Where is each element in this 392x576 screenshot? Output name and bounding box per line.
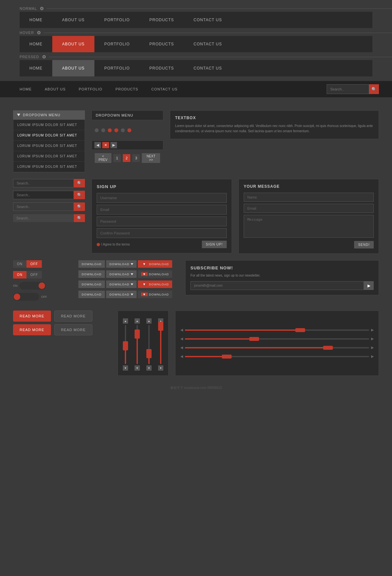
- toggle-off-2[interactable]: OFF: [26, 271, 42, 279]
- pg-prev[interactable]: < PREV: [95, 153, 111, 163]
- search-btn-3[interactable]: 🔍: [74, 202, 85, 211]
- nav-portfolio-normal[interactable]: PORTFOLIO: [94, 12, 139, 28]
- dropdown-item-1-1[interactable]: LORUM IPSUM DOLOR SIT AMET: [13, 130, 85, 141]
- nav-next-btn[interactable]: ▶: [110, 142, 117, 148]
- dl-btn-10[interactable]: DOWNLOAD: [78, 291, 105, 298]
- vslider-1-up[interactable]: ▲: [123, 318, 128, 324]
- vslider-1-thumb[interactable]: [123, 341, 128, 350]
- signup-email[interactable]: [97, 205, 227, 215]
- dl-btn-8[interactable]: DOWNLOAD: [106, 280, 137, 288]
- nav-portfolio-pressed[interactable]: PORTFOLIO: [94, 60, 139, 76]
- hslider-2-thumb[interactable]: [249, 337, 259, 341]
- nav-about-hover[interactable]: ABOUT US: [52, 36, 94, 52]
- signup-password[interactable]: [97, 216, 227, 226]
- vslider-2-up[interactable]: ▲: [135, 318, 140, 324]
- read-more-red-1[interactable]: READ MORE: [13, 311, 51, 322]
- search-input-4[interactable]: [13, 214, 74, 222]
- nav-home-pressed[interactable]: HOME: [20, 60, 52, 76]
- toggle-off-1[interactable]: OFF: [26, 260, 42, 268]
- hslider-3-left[interactable]: ◀: [180, 345, 183, 350]
- vslider-3-thumb[interactable]: [146, 349, 152, 358]
- pg-1[interactable]: 1: [113, 154, 121, 162]
- read-more-dark-1[interactable]: READ MORE: [54, 311, 93, 322]
- signup-username[interactable]: [97, 193, 227, 203]
- nav-products-hover[interactable]: PRODUCTS: [139, 36, 184, 52]
- message-text[interactable]: [244, 215, 374, 238]
- search-btn-2[interactable]: 🔍: [74, 191, 85, 199]
- pg-2[interactable]: 2: [123, 154, 130, 162]
- dl-btn-12[interactable]: ▼ DOWNLOAD: [138, 291, 172, 298]
- vslider-3-up[interactable]: ▲: [146, 318, 152, 324]
- nav-contact-hover[interactable]: CONTACT US: [184, 36, 232, 52]
- dropdown-item-1-3[interactable]: LORUM IPSUM DOLOR SIT AMET: [13, 151, 85, 162]
- hslider-1-right[interactable]: ▶: [371, 328, 374, 332]
- nav-prev-btn[interactable]: ◀: [94, 142, 101, 148]
- vslider-3-down[interactable]: ▼: [146, 365, 152, 371]
- dl-btn-3[interactable]: ▼ DOWNLOAD: [138, 260, 172, 268]
- pg-next[interactable]: NEXT >>: [142, 153, 160, 163]
- hslider-3-thumb[interactable]: [323, 346, 333, 350]
- signup-button[interactable]: SIGN UP!: [202, 241, 227, 248]
- dl-btn-11[interactable]: DOWNLOAD: [106, 291, 137, 298]
- nav-products-normal[interactable]: PRODUCTS: [139, 12, 184, 28]
- dl-btn-2[interactable]: DOWNLOAD: [106, 260, 137, 268]
- hslider-1-left[interactable]: ◀: [180, 328, 183, 332]
- message-name[interactable]: [244, 193, 374, 202]
- hslider-2-left[interactable]: ◀: [180, 337, 183, 341]
- nav-about-normal[interactable]: ABOUT US: [52, 12, 94, 28]
- vslider-2-thumb[interactable]: [135, 329, 140, 339]
- fullnav-contact[interactable]: CONTACT US: [145, 81, 184, 97]
- dl-btn-5[interactable]: DOWNLOAD: [106, 270, 137, 278]
- fullnav-about[interactable]: ABOUT US: [38, 81, 72, 97]
- search-input-1[interactable]: [13, 179, 74, 187]
- search-input-2[interactable]: [13, 191, 74, 199]
- subscribe-button[interactable]: ▶: [364, 281, 374, 290]
- fullnav-home[interactable]: HOME: [13, 81, 38, 97]
- hslider-4-left[interactable]: ◀: [180, 354, 183, 359]
- send-button[interactable]: SEND!: [354, 241, 374, 248]
- dl-btn-4[interactable]: DOWNLOAD: [78, 270, 105, 278]
- pill-toggle-off[interactable]: [20, 282, 46, 290]
- dropdown-item-1-2[interactable]: LORUM IPSUM DOLOR SIT AMET: [13, 141, 85, 151]
- nav-home-normal[interactable]: HOME: [20, 12, 52, 28]
- vslider-4-down[interactable]: ▼: [158, 365, 163, 371]
- toggle-on-2[interactable]: ON: [13, 271, 26, 279]
- toggle-on-1[interactable]: ON: [13, 260, 26, 268]
- nav-home-hover[interactable]: HOME: [20, 36, 52, 52]
- nav-products-pressed[interactable]: PRODUCTS: [139, 60, 184, 76]
- fullnav-products[interactable]: PRODUCTS: [109, 81, 145, 97]
- signup-confirm-password[interactable]: [97, 228, 227, 238]
- dropdown-item-1-4[interactable]: LORUM IPSUM DOLOR SIT AMET: [13, 162, 85, 172]
- read-more-dark-2[interactable]: READ MORE: [54, 324, 93, 335]
- dropdown-item-1-0[interactable]: LORUM IPSUM DOLOR SIT AMET: [13, 120, 85, 130]
- nav-about-pressed[interactable]: ABOUT US: [52, 60, 94, 76]
- dl-btn-1[interactable]: DOWNLOAD: [78, 260, 105, 268]
- fullnav-search-button[interactable]: 🔍: [369, 84, 379, 94]
- nav-contact-normal[interactable]: CONTACT US: [184, 12, 232, 28]
- message-email[interactable]: [244, 204, 374, 213]
- hslider-4-thumb[interactable]: [222, 355, 232, 359]
- search-input-3[interactable]: [13, 202, 74, 211]
- hslider-4-right[interactable]: ▶: [371, 354, 374, 359]
- dl-btn-9[interactable]: ▼ DOWNLOAD: [138, 280, 172, 288]
- pg-3[interactable]: 3: [132, 154, 140, 162]
- dl-btn-7[interactable]: DOWNLOAD: [78, 280, 105, 288]
- nav-contact-pressed[interactable]: CONTACT US: [184, 60, 232, 76]
- dropdown-header-1[interactable]: DROPDOWN MENU: [13, 110, 85, 120]
- subscribe-email[interactable]: [190, 281, 364, 290]
- fullnav-search-input[interactable]: [327, 84, 369, 94]
- hslider-1-thumb[interactable]: [295, 328, 305, 332]
- vslider-2-down[interactable]: ▼: [135, 365, 140, 371]
- dropdown-header-2[interactable]: DROPDOWN MENU: [91, 110, 163, 120]
- nav-x-btn[interactable]: ✕: [102, 142, 109, 148]
- read-more-red-2[interactable]: READ MORE: [13, 324, 51, 335]
- vslider-4-thumb[interactable]: [158, 322, 163, 331]
- vslider-1-down[interactable]: ▼: [123, 365, 128, 371]
- hslider-2-right[interactable]: ▶: [371, 337, 374, 341]
- search-btn-1[interactable]: 🔍: [74, 179, 85, 187]
- dl-btn-6[interactable]: ▼ DOWNLOAD: [138, 270, 172, 278]
- fullnav-portfolio[interactable]: PORTFOLIO: [72, 81, 109, 97]
- fullnav-search[interactable]: 🔍: [327, 84, 379, 94]
- nav-portfolio-hover[interactable]: PORTFOLIO: [94, 36, 139, 52]
- pill-toggle-on[interactable]: [13, 293, 39, 301]
